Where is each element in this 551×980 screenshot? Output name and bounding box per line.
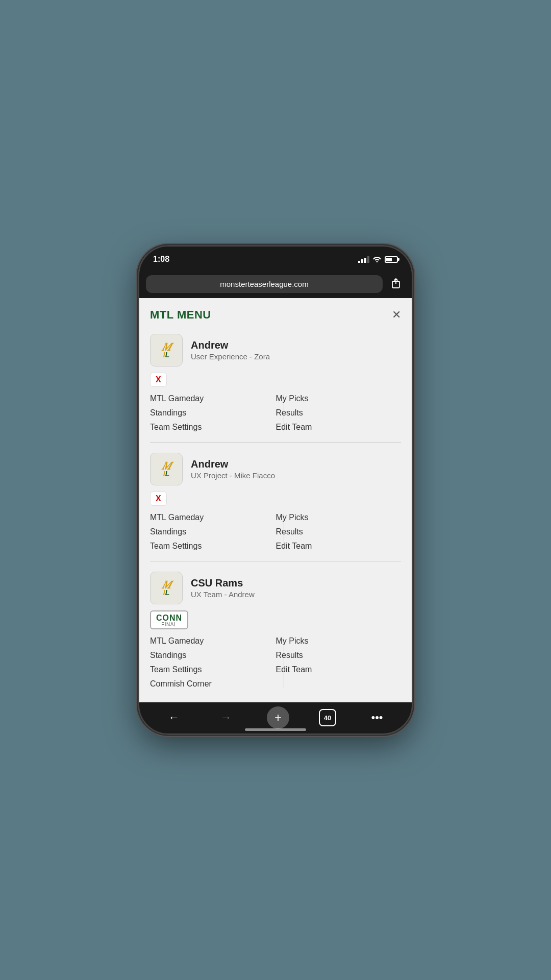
nav-grid-3: MTL GamedayStandingsTeam SettingsCommish… xyxy=(150,636,401,689)
nav-col2-1: My PicksResultsEdit Team xyxy=(276,394,402,432)
nav-link-col1-2[interactable]: Team Settings xyxy=(150,665,276,674)
league-section-2: 𝑀 IL Andrew UX Project - Mike Fiacco X M… xyxy=(150,442,401,561)
team-logo-1: 𝑀 IL xyxy=(150,334,183,366)
nav-link-col1-2[interactable]: Team Settings xyxy=(150,542,276,551)
x-badge-2: X xyxy=(150,492,167,506)
nav-link-col2-2[interactable]: Edit Team xyxy=(276,665,402,674)
nav-link-col1-3[interactable]: Commish Corner xyxy=(150,679,276,689)
team-name-3: CSU Rams xyxy=(191,577,255,589)
url-bar: monsterteaserleague.com xyxy=(138,271,413,298)
league-section-1: 𝑀 IL Andrew User Experience - Zora X MTL… xyxy=(150,334,401,442)
home-indicator xyxy=(245,728,306,731)
main-content: MTL MENU ✕ 𝑀 IL Andrew User Experience -… xyxy=(138,298,413,702)
x-badge-1: X xyxy=(150,373,167,387)
menu-title: MTL MENU xyxy=(150,308,211,322)
time-display: 1:08 xyxy=(153,255,169,264)
league-info-3: CSU Rams UX Team - Andrew xyxy=(191,577,255,599)
nav-grid-2: MTL GamedayStandingsTeam Settings My Pic… xyxy=(150,513,401,551)
league-header-2: 𝑀 IL Andrew UX Project - Mike Fiacco xyxy=(150,453,401,485)
conn-badge-3: CONN FINAL xyxy=(150,610,188,629)
back-button[interactable]: ← xyxy=(163,706,185,729)
league-name-3: UX Team - Andrew xyxy=(191,590,255,599)
nav-col1-3: MTL GamedayStandingsTeam SettingsCommish… xyxy=(150,636,276,689)
nav-col1-2: MTL GamedayStandingsTeam Settings xyxy=(150,513,276,551)
add-tab-button[interactable]: + xyxy=(267,706,289,729)
nav-link-col1-2[interactable]: Team Settings xyxy=(150,423,276,432)
nav-link-col2-2[interactable]: Edit Team xyxy=(276,542,402,551)
leagues-list: 𝑀 IL Andrew User Experience - Zora X MTL… xyxy=(150,334,401,699)
nav-link-col2-1[interactable]: Results xyxy=(276,408,402,418)
nav-link-col2-0[interactable]: My Picks xyxy=(276,513,402,522)
notch xyxy=(235,245,316,260)
nav-link-col2-1[interactable]: Results xyxy=(276,651,402,660)
url-input[interactable]: monsterteaserleague.com xyxy=(146,275,383,293)
league-info-2: Andrew UX Project - Mike Fiacco xyxy=(191,458,275,480)
nav-link-col2-2[interactable]: Edit Team xyxy=(276,423,402,432)
status-indicators xyxy=(358,255,398,264)
badge-row-2: X xyxy=(150,492,401,506)
nav-link-col1-1[interactable]: Standings xyxy=(150,408,276,418)
nav-link-col2-0[interactable]: My Picks xyxy=(276,636,402,646)
nav-link-col2-1[interactable]: Results xyxy=(276,527,402,536)
tabs-button[interactable]: 40 xyxy=(319,709,336,726)
battery-icon xyxy=(385,256,398,263)
nav-col2-3: My PicksResultsEdit Team xyxy=(276,636,402,689)
league-section-3: 𝑀 IL CSU Rams UX Team - Andrew CONN FINA… xyxy=(150,561,401,699)
league-name-2: UX Project - Mike Fiacco xyxy=(191,471,275,480)
nav-link-col1-0[interactable]: MTL Gameday xyxy=(150,513,276,522)
share-button[interactable] xyxy=(387,275,405,293)
team-name-1: Andrew xyxy=(191,339,270,351)
league-header-3: 𝑀 IL CSU Rams UX Team - Andrew xyxy=(150,572,401,604)
nav-link-col1-1[interactable]: Standings xyxy=(150,527,276,536)
nav-col2-2: My PicksResultsEdit Team xyxy=(276,513,402,551)
badge-row-1: X xyxy=(150,373,401,387)
close-button[interactable]: ✕ xyxy=(392,308,401,322)
nav-link-col1-1[interactable]: Standings xyxy=(150,651,276,660)
nav-link-col1-0[interactable]: MTL Gameday xyxy=(150,394,276,403)
forward-button[interactable]: → xyxy=(215,706,237,729)
signal-icon xyxy=(358,256,369,263)
nav-link-col1-0[interactable]: MTL Gameday xyxy=(150,636,276,646)
badge-row-3: CONN FINAL xyxy=(150,610,401,629)
league-info-1: Andrew User Experience - Zora xyxy=(191,339,270,361)
nav-col1-1: MTL GamedayStandingsTeam Settings xyxy=(150,394,276,432)
menu-header: MTL MENU ✕ xyxy=(150,308,401,322)
team-logo-3: 𝑀 IL xyxy=(150,572,183,604)
more-button[interactable]: ••• xyxy=(366,706,388,729)
league-name-1: User Experience - Zora xyxy=(191,352,270,361)
nav-link-col2-0[interactable]: My Picks xyxy=(276,394,402,403)
league-header-1: 𝑀 IL Andrew User Experience - Zora xyxy=(150,334,401,366)
team-logo-2: 𝑀 IL xyxy=(150,453,183,485)
team-name-2: Andrew xyxy=(191,458,275,470)
phone-frame: 1:08 monsterteaserleague.com xyxy=(138,245,413,735)
wifi-icon xyxy=(372,255,382,264)
nav-grid-1: MTL GamedayStandingsTeam Settings My Pic… xyxy=(150,394,401,432)
